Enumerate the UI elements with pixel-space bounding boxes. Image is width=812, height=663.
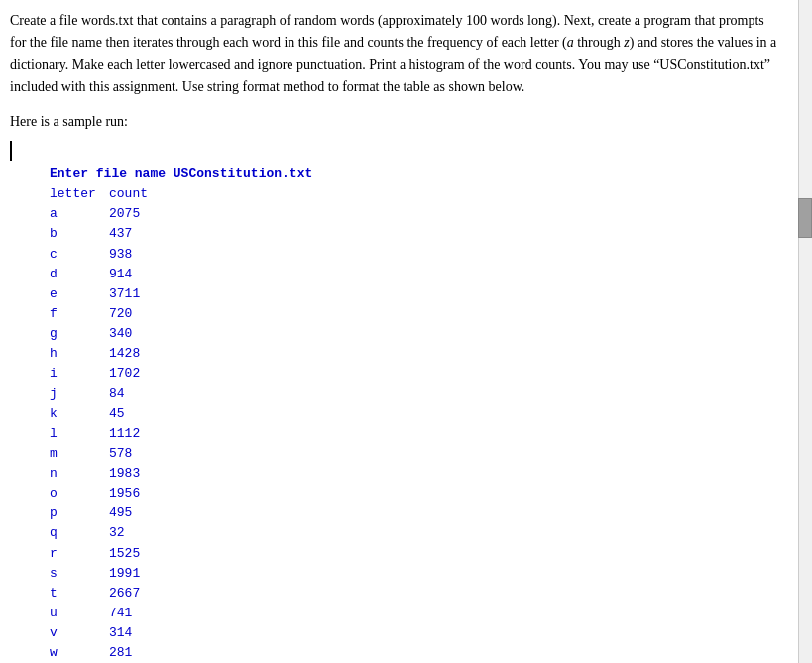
row-u: u741 (50, 604, 783, 623)
row-h: h1428 (50, 344, 783, 364)
row-f: f720 (50, 304, 783, 324)
row-q: q32 (50, 523, 783, 543)
cursor-bar (10, 141, 12, 161)
description-paragraph: Create a file words.txt that contains a … (10, 10, 783, 99)
header-letter: letter (50, 184, 109, 204)
row-m: m578 (50, 444, 783, 464)
row-w: w281 (50, 643, 783, 663)
cursor-line (10, 141, 783, 161)
row-o: o1956 (50, 484, 783, 503)
row-i: i1702 (50, 364, 783, 384)
code-block: Enter file name USConstitution.txt lette… (10, 165, 783, 663)
row-r: r1525 (50, 544, 783, 564)
sample-run-label: Here is a sample run: (10, 111, 783, 133)
row-p: p495 (50, 503, 783, 523)
row-v: v314 (50, 623, 783, 643)
row-t: t2667 (50, 584, 783, 604)
italic-a: a (567, 35, 574, 50)
row-s: s1991 (50, 564, 783, 584)
row-a: a2075 (50, 204, 783, 224)
row-n: n1983 (50, 464, 783, 484)
header-count: count (109, 186, 148, 201)
row-b: b437 (50, 224, 783, 244)
row-g: g340 (50, 324, 783, 344)
row-l: l1112 (50, 424, 783, 444)
row-k: k45 (50, 404, 783, 424)
scrollbar-thumb[interactable] (798, 198, 812, 238)
italic-z: z (624, 35, 629, 50)
row-j: j84 (50, 385, 783, 404)
prompt-line: Enter file name USConstitution.txt (50, 165, 783, 184)
scrollbar[interactable] (798, 0, 812, 663)
content-area: Create a file words.txt that contains a … (10, 10, 783, 663)
table-header: lettercount (50, 184, 783, 204)
row-d: d914 (50, 265, 783, 284)
row-c: c938 (50, 245, 783, 265)
row-e: e3711 (50, 284, 783, 304)
